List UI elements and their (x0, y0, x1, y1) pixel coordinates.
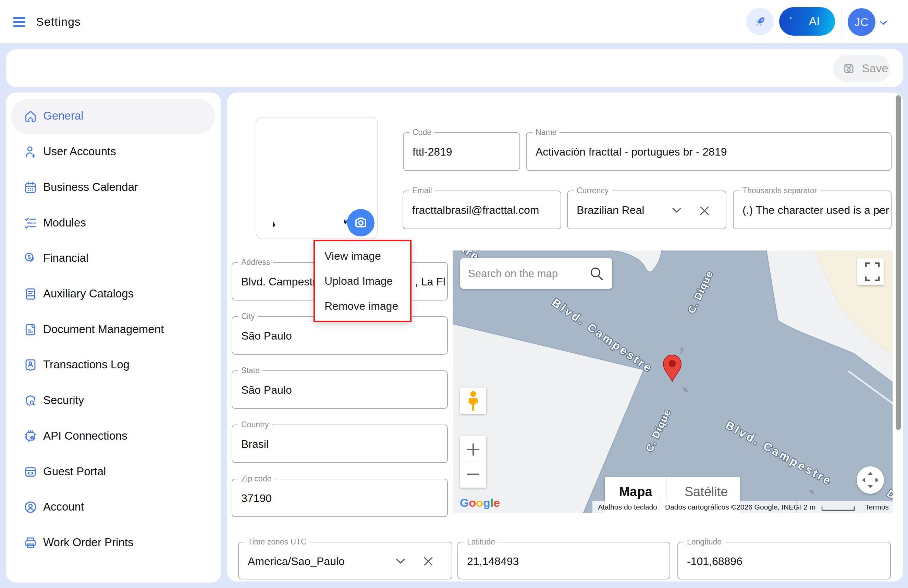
svg-text:$: $ (27, 254, 31, 260)
svg-text:Google: Google (460, 496, 500, 509)
svg-text:2 m: 2 m (803, 503, 816, 511)
svg-text:Mapa: Mapa (619, 485, 652, 499)
svg-text:Satélite: Satélite (684, 485, 728, 499)
svg-text:Search on the map: Search on the map (468, 267, 558, 280)
svg-text:Dados cartográficos ©2026 Goog: Dados cartográficos ©2026 Google, INEGI (665, 503, 801, 511)
svg-text:Termos: Termos (865, 503, 889, 511)
svg-text:Atalhos do teclado: Atalhos do teclado (598, 503, 657, 511)
